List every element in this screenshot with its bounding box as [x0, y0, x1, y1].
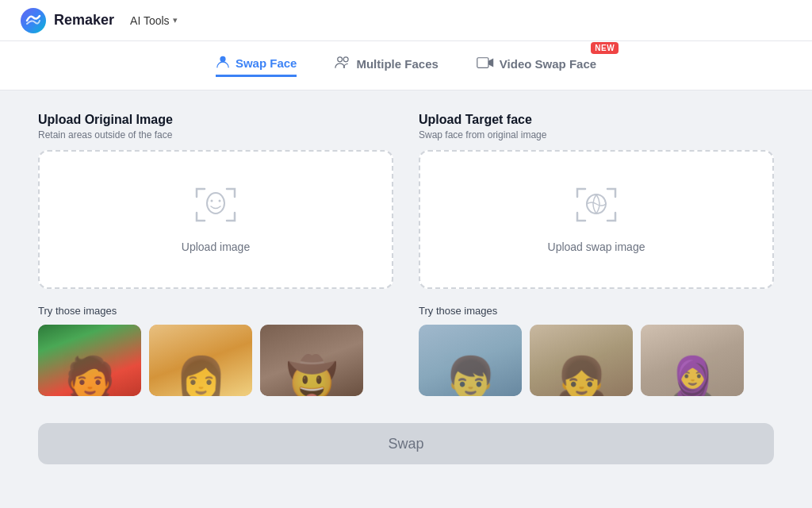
- sample-target-image-1[interactable]: 👦: [419, 325, 522, 396]
- swap-section: Swap: [0, 412, 812, 464]
- svg-point-2: [338, 57, 343, 62]
- sample-original-image-3[interactable]: 🤠: [260, 325, 363, 396]
- upload-original-box[interactable]: Upload image: [38, 150, 393, 289]
- tab-swap-face-label: Swap Face: [236, 56, 297, 70]
- video-icon: [477, 56, 494, 71]
- logo-area: Remaker: [19, 6, 114, 35]
- svg-point-7: [219, 200, 221, 202]
- upload-target-subtitle: Swap face from original image: [419, 129, 774, 140]
- svg-point-5: [207, 193, 224, 214]
- sample-target-section: Try those images 👦 👧 🧕: [419, 305, 774, 396]
- upload-row: Upload Original Image Retain areas outsi…: [38, 113, 774, 289]
- sample-target-image-2[interactable]: 👧: [530, 325, 633, 396]
- upload-original-title: Upload Original Image: [38, 113, 393, 127]
- sample-original-section: Try those images 🧑 👩 🤠: [38, 305, 393, 396]
- tab-video-swap-face[interactable]: Video Swap Face NEW: [477, 56, 596, 75]
- tab-bar: Swap Face Multiple Faces Video Swap Face…: [0, 41, 812, 90]
- ai-tools-button[interactable]: AI Tools ▾: [130, 14, 178, 27]
- sample-target-image-3[interactable]: 🧕: [641, 325, 744, 396]
- person-icon: [216, 55, 230, 71]
- sample-original-image-2[interactable]: 👩: [149, 325, 252, 396]
- upload-target-box[interactable]: Upload swap image: [419, 150, 774, 289]
- svg-point-1: [220, 56, 225, 61]
- svg-rect-4: [477, 58, 488, 68]
- sample-row: Try those images 🧑 👩 🤠: [38, 305, 774, 396]
- upload-original-subtitle: Retain areas outside of the face: [38, 129, 393, 140]
- upload-target-section: Upload Target face Swap face from origin…: [419, 113, 774, 289]
- people-icon: [335, 56, 350, 72]
- face-scan-icon: [193, 186, 238, 229]
- tab-multiple-faces[interactable]: Multiple Faces: [335, 56, 438, 75]
- upload-target-label: Upload swap image: [548, 241, 645, 253]
- upload-target-title: Upload Target face: [419, 113, 774, 127]
- upload-original-section: Upload Original Image Retain areas outsi…: [38, 113, 393, 289]
- sample-target-label: Try those images: [419, 305, 774, 317]
- tab-multiple-faces-label: Multiple Faces: [356, 57, 438, 71]
- sample-original-label: Try those images: [38, 305, 393, 317]
- header: Remaker AI Tools ▾: [0, 0, 812, 41]
- upload-original-label: Upload image: [182, 241, 250, 253]
- svg-point-3: [344, 57, 349, 62]
- tab-video-swap-face-label: Video Swap Face: [500, 57, 596, 71]
- main-content: Upload Original Image Retain areas outsi…: [0, 90, 812, 412]
- sample-target-images: 👦 👧 🧕: [419, 325, 774, 396]
- tab-swap-face[interactable]: Swap Face: [216, 55, 297, 77]
- swap-button[interactable]: Swap: [38, 423, 774, 464]
- svg-point-6: [211, 200, 213, 202]
- sample-original-image-1[interactable]: 🧑: [38, 325, 141, 396]
- remaker-logo-icon: [19, 6, 48, 35]
- new-badge: NEW: [591, 42, 619, 54]
- sample-original-images: 🧑 👩 🤠: [38, 325, 393, 396]
- ai-tools-label: AI Tools: [130, 14, 170, 27]
- globe-face-icon: [574, 186, 619, 229]
- brand-name: Remaker: [54, 12, 114, 29]
- chevron-down-icon: ▾: [173, 15, 178, 25]
